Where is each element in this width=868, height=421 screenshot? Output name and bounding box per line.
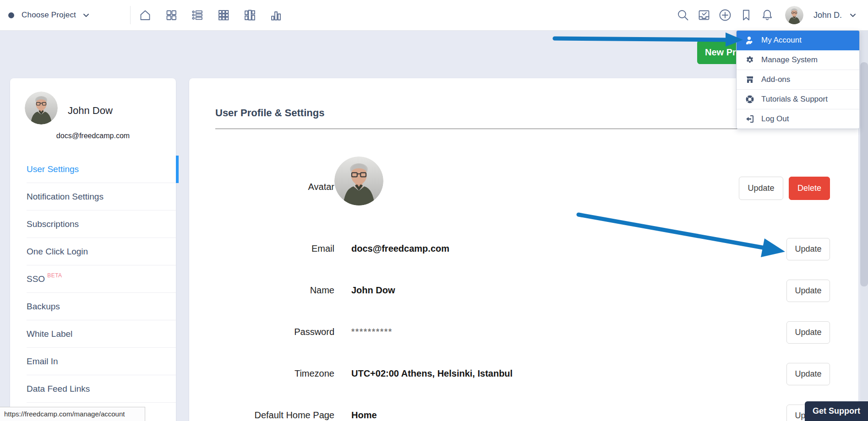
timezone-row-label: Timezone: [189, 368, 334, 379]
password-value: **********: [351, 326, 393, 337]
user-edit-icon: [745, 36, 754, 45]
widgets-button[interactable]: [164, 8, 178, 22]
apps-grid-button[interactable]: [217, 8, 230, 22]
sidebar-item-data-feed-links[interactable]: Data Feed Links: [10, 375, 176, 403]
freedcamp-account-page: Choose Project: [0, 0, 868, 421]
page-scrollbar[interactable]: [860, 30, 868, 421]
grid-3x3-icon: [217, 9, 230, 22]
default-home-page-row-label: Default Home Page: [189, 410, 334, 421]
navbar-view-icons: [138, 0, 283, 30]
account-sidebar: John Dow docs@freedcamp.com User Setting…: [10, 78, 176, 421]
sidebar-nav: User Settings Notification Settings Subs…: [10, 156, 176, 403]
user-name[interactable]: John D.: [813, 11, 842, 20]
email-update-button[interactable]: Update: [786, 238, 830, 260]
project-color-dot: [8, 12, 14, 18]
sidebar-avatar: [25, 92, 58, 124]
tasks-button[interactable]: [191, 8, 204, 22]
menu-item-label: Log Out: [761, 114, 789, 124]
top-navbar: Choose Project: [0, 0, 868, 31]
menu-item-tutorials-support[interactable]: Tutorials & Support: [737, 90, 859, 109]
kanban-board-icon: [243, 9, 256, 22]
sidebar-item-notification-settings[interactable]: Notification Settings: [10, 183, 176, 210]
user-profile-panel: User Profile & Settings Avatar: [189, 78, 858, 421]
my-tasks-button[interactable]: [697, 8, 711, 22]
avatar-photo: [785, 6, 803, 24]
menu-item-label: Tutorials & Support: [761, 95, 828, 104]
quick-add-button[interactable]: [718, 8, 732, 22]
sidebar-user-name: John Dow: [68, 105, 113, 117]
logout-icon: [745, 114, 754, 124]
bell-icon: [761, 9, 774, 22]
search-icon: [677, 9, 689, 22]
sidebar-user-email: docs@freedcamp.com: [10, 132, 176, 140]
home-icon: [139, 9, 152, 22]
user-avatar[interactable]: [785, 6, 803, 24]
user-account-menu: My Account Manage System Add-ons Tutoria…: [736, 30, 860, 129]
help-ring-icon: [745, 95, 754, 104]
password-row-label: Password: [189, 326, 334, 337]
name-value: John Dow: [351, 285, 395, 296]
sidebar-item-backups[interactable]: Backups: [10, 293, 176, 320]
sidebar-item-user-settings[interactable]: User Settings: [10, 156, 176, 183]
menu-item-log-out[interactable]: Log Out: [737, 109, 859, 129]
task-list-icon: [191, 9, 204, 22]
avatar-update-button[interactable]: Update: [739, 177, 783, 200]
search-button[interactable]: [676, 8, 690, 22]
email-value: docs@freedcamp.com: [351, 243, 449, 254]
home-button[interactable]: [138, 8, 152, 22]
name-row-label: Name: [189, 285, 334, 296]
sidebar-item-one-click-login[interactable]: One Click Login: [10, 238, 176, 265]
get-support-button[interactable]: Get Support: [805, 401, 868, 421]
store-icon: [745, 75, 754, 84]
avatar-photo: [25, 92, 58, 124]
project-selector-label: Choose Project: [22, 11, 76, 20]
menu-item-add-ons[interactable]: Add-ons: [737, 70, 859, 90]
plus-circle-icon: [718, 8, 732, 22]
menu-item-my-account[interactable]: My Account: [737, 31, 859, 50]
bookmark-icon: [740, 9, 753, 22]
email-row-label: Email: [189, 243, 334, 254]
menu-item-label: My Account: [761, 36, 802, 45]
grid-2x2-icon: [165, 9, 178, 22]
name-update-button[interactable]: Update: [786, 280, 830, 302]
page-title: User Profile & Settings: [215, 107, 324, 119]
password-update-button[interactable]: Update: [786, 321, 830, 344]
avatar-row-label: Avatar: [189, 181, 334, 192]
avatar-photo: [334, 157, 383, 205]
menu-item-label: Manage System: [761, 55, 818, 65]
profile-avatar-image: [334, 157, 383, 205]
sidebar-item-subscriptions[interactable]: Subscriptions: [10, 210, 176, 238]
notifications-button[interactable]: [760, 8, 774, 22]
gear-icon: [745, 55, 754, 65]
chevron-down-icon: [82, 11, 90, 19]
link-status-bar: https://freedcamp.com/manage/account: [0, 407, 145, 421]
menu-item-label: Add-ons: [761, 75, 790, 84]
user-menu-chevron-icon[interactable]: [849, 11, 857, 19]
avatar-delete-button[interactable]: Delete: [789, 177, 830, 200]
navbar-right: John D.: [676, 0, 857, 30]
active-item-indicator: [176, 156, 179, 183]
project-selector[interactable]: Choose Project: [0, 11, 90, 20]
timezone-update-button[interactable]: Update: [786, 363, 830, 385]
board-button[interactable]: [243, 8, 257, 22]
sidebar-item-white-label[interactable]: White Label: [10, 320, 176, 348]
default-home-page-value: Home: [351, 410, 377, 421]
reports-button[interactable]: [269, 8, 283, 22]
inbox-check-icon: [698, 9, 710, 22]
scrollbar-thumb[interactable]: [860, 62, 868, 286]
beta-badge: BETA: [47, 272, 62, 279]
sidebar-item-email-in[interactable]: Email In: [10, 348, 176, 375]
menu-item-manage-system[interactable]: Manage System: [737, 50, 859, 70]
navbar-divider: [130, 6, 131, 24]
bookmarks-button[interactable]: [739, 8, 753, 22]
timezone-value: UTC+02:00 Athens, Helsinki, Istanbul: [351, 368, 513, 379]
sidebar-item-sso[interactable]: SSOBETA: [10, 265, 176, 293]
bar-chart-icon: [269, 9, 282, 22]
